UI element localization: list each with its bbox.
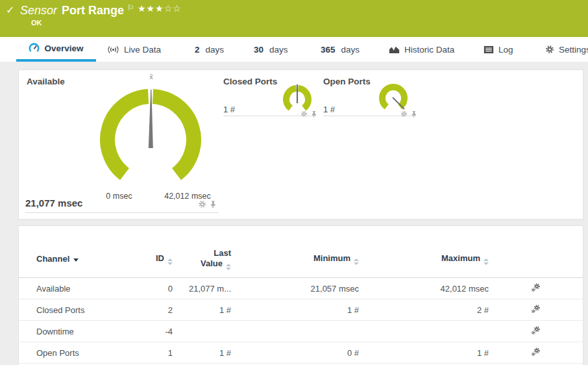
- column-label: Maximum: [441, 253, 480, 263]
- channel-id: 2: [134, 305, 173, 315]
- chart-icon: [389, 45, 400, 54]
- column-label: Last: [214, 248, 231, 258]
- gauge-settings-gear-icon[interactable]: [300, 108, 308, 120]
- channel-last-value: 1 #: [173, 348, 231, 358]
- tab-number: 30: [254, 45, 263, 55]
- tab-label: days: [206, 45, 225, 55]
- channel-settings-gears-icon[interactable]: [531, 283, 541, 294]
- mean-marker: x̄: [146, 73, 156, 81]
- column-header-channel[interactable]: Channel: [36, 254, 134, 264]
- column-label-line2: Value: [201, 258, 231, 270]
- channel-minimum: 1 #: [231, 305, 359, 315]
- gauge-open-title: Open Ports: [323, 77, 371, 86]
- sort-icon[interactable]: [226, 264, 231, 270]
- table-row: Closed Ports 2 1 # 1 # 2 #: [19, 299, 583, 321]
- table-header-row: Channel ID Last Value Minimum Maximum: [19, 226, 583, 278]
- sensor-type-label: Sensor: [20, 4, 57, 17]
- tab-label: Historic Data: [404, 45, 454, 55]
- column-header-maximum[interactable]: Maximum: [359, 253, 489, 265]
- channel-last-value: 21,077 m...: [173, 284, 231, 294]
- tab-historic-data[interactable]: Historic Data: [389, 37, 454, 62]
- column-label: Channel: [36, 254, 69, 264]
- gauge-needle: [149, 90, 153, 148]
- column-label: Minimum: [313, 253, 350, 263]
- tab-live-data[interactable]: Live Data: [107, 37, 161, 62]
- channel-maximum: 2 #: [359, 305, 489, 315]
- tab-bar: Overview Live Data 2 days 30 days 365 da…: [0, 37, 588, 62]
- tab-label: days: [269, 45, 288, 55]
- tab-label: Log: [498, 45, 513, 55]
- tab-label: Live Data: [124, 45, 161, 55]
- channel-settings-gears-icon[interactable]: [531, 325, 541, 337]
- channel-name[interactable]: Closed Ports: [36, 305, 134, 315]
- tab-label: Settings: [559, 45, 588, 55]
- gauge-open-value: 1 #: [323, 105, 335, 114]
- gauge-available-value: 21,077 msec: [25, 197, 82, 208]
- sensor-header: ✓ SensorPort Range⚐ ★★★☆☆ OK: [0, 0, 588, 37]
- channel-name[interactable]: Open Ports: [36, 348, 134, 358]
- channels-table-panel: Channel ID Last Value Minimum Maximum Av…: [18, 225, 583, 365]
- tab-365-days[interactable]: 365 days: [321, 37, 360, 62]
- flag-icon[interactable]: ⚐: [127, 3, 134, 12]
- gauge-closed-value: 1 #: [223, 105, 235, 114]
- status-badge: OK: [31, 19, 42, 27]
- live-data-icon: [107, 45, 119, 55]
- gauge-settings-gear-icon[interactable]: [400, 108, 408, 120]
- tab-number: 2: [195, 45, 200, 55]
- sensor-name: Port Range: [62, 4, 124, 17]
- gauge-available-title: Available: [27, 77, 65, 86]
- sort-icon[interactable]: [484, 258, 489, 265]
- column-label: ID: [156, 253, 164, 263]
- channel-id: -4: [134, 327, 173, 336]
- gauge-icon: [29, 43, 40, 54]
- tab-log[interactable]: Log: [484, 37, 513, 62]
- table-row: Available 0 21,077 m... 21,057 msec 42,0…: [19, 278, 583, 299]
- gauges-panel: Available x̄ 0 msec 42,012 msec 21,077 m…: [18, 69, 583, 220]
- tab-label: days: [341, 45, 360, 55]
- sort-icon[interactable]: [354, 258, 359, 265]
- channel-id: 1: [134, 348, 173, 358]
- gauge-closed-title: Closed Ports: [223, 77, 277, 86]
- channel-minimum: 0 #: [231, 348, 359, 358]
- column-label: Value: [201, 258, 223, 268]
- log-icon: [484, 45, 494, 54]
- priority-stars[interactable]: ★★★☆☆: [138, 3, 182, 14]
- column-header-minimum[interactable]: Minimum: [231, 253, 359, 265]
- gear-icon: [545, 45, 554, 54]
- channel-name[interactable]: Downtime: [36, 327, 134, 336]
- sort-caret-icon: [73, 258, 79, 262]
- tab-30-days[interactable]: 30 days: [254, 37, 288, 62]
- table-row: Open Ports 1 1 # 0 # 1 #: [19, 342, 583, 364]
- channel-name[interactable]: Available: [36, 284, 134, 294]
- channel-settings-gears-icon[interactable]: [531, 304, 541, 316]
- tab-number: 365: [321, 45, 336, 55]
- channel-maximum: 1 #: [359, 348, 489, 358]
- gauge-settings-gear-icon[interactable]: [198, 199, 206, 211]
- gauge-min-label: 0 msec: [98, 192, 140, 201]
- column-header-last-value[interactable]: Last Value: [173, 248, 231, 270]
- channel-id: 0: [134, 284, 173, 294]
- channel-minimum: 21,057 msec: [231, 284, 359, 294]
- channel-last-value: 1 #: [173, 305, 231, 315]
- gauge-pin-icon[interactable]: [411, 108, 417, 120]
- tab-settings[interactable]: Settings: [545, 37, 588, 62]
- channel-settings-gears-icon[interactable]: [531, 347, 541, 359]
- tab-2-days[interactable]: 2 days: [195, 37, 224, 62]
- status-check-icon: ✓: [6, 4, 14, 16]
- tab-overview[interactable]: Overview: [16, 37, 96, 62]
- gauge-pin-icon[interactable]: [210, 199, 216, 211]
- available-gauge: [95, 83, 206, 188]
- tab-label: Overview: [44, 44, 83, 53]
- table-row: Downtime -4: [19, 321, 583, 342]
- sort-icon[interactable]: [167, 258, 173, 265]
- sensor-title: SensorPort Range⚐: [20, 4, 134, 18]
- gauge-pin-icon[interactable]: [311, 108, 317, 120]
- column-header-id[interactable]: ID: [134, 253, 173, 265]
- channel-maximum: 42,012 msec: [359, 284, 489, 294]
